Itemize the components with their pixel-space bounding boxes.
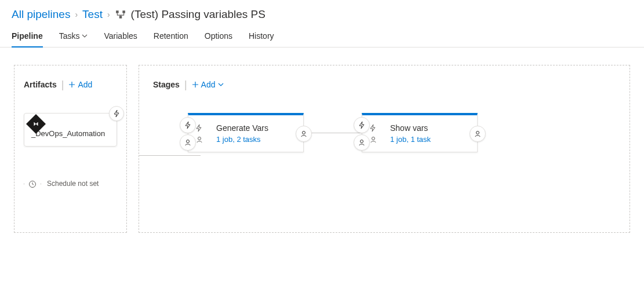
svg-point-7 [361,140,363,142]
clock-icon [24,176,41,193]
svg-rect-0 [116,10,119,13]
artifacts-header: Artifacts | Add [24,79,117,90]
stage-status-icons [195,124,203,144]
lightning-icon [195,124,202,132]
pre-trigger-badge[interactable] [354,117,370,133]
pipeline-canvas: Artifacts | Add _DevOps_Automation Sched… [0,47,644,250]
tab-options[interactable]: Options [205,27,232,47]
tab-history[interactable]: History [249,27,274,47]
add-stage-label: Add [201,80,216,89]
stages-panel: Stages | Add [139,65,630,233]
stage-meta-link[interactable]: 1 job, 1 task [390,135,468,144]
tab-retention[interactable]: Retention [154,27,188,47]
plus-icon [68,81,75,88]
pre-trigger-badge[interactable] [180,117,196,133]
stages-title: Stages [153,80,180,89]
stage-status-icons [369,124,377,144]
breadcrumb: All pipelines › Test › (Test) Passing va… [0,0,644,21]
schedule-row[interactable]: Schedule not set [24,176,117,193]
divider: | [61,79,64,90]
breadcrumb-parent-link[interactable]: Test [82,8,103,21]
stage-card-show-vars[interactable]: Show vars 1 job, 1 task [362,113,478,152]
svg-point-5 [198,137,201,140]
tabs-bar: Pipeline Tasks Variables Retention Optio… [0,21,644,47]
add-artifact-label: Add [78,80,92,89]
stage-name: Generate Vars [216,123,294,133]
pipeline-icon [115,9,126,20]
artifacts-panel: Artifacts | Add _DevOps_Automation Sched… [14,65,127,233]
divider: | [184,79,187,90]
artifact-name: _DevOps_Automation [31,129,108,139]
chevron-down-icon [218,82,224,87]
pre-approver-badge[interactable] [354,134,370,151]
add-stage-button[interactable]: Add [192,80,224,89]
lightning-icon [369,124,376,132]
add-artifact-button[interactable]: Add [68,80,92,89]
tab-variables[interactable]: Variables [104,27,137,47]
stages-flow: Generate Vars 1 job, 2 tasks [188,113,616,152]
stage-card-generate-vars[interactable]: Generate Vars 1 job, 2 tasks [188,113,304,152]
chevron-right-icon: › [75,10,78,19]
connector-line [139,155,201,156]
breadcrumb-current: (Test) Passing variables PS [131,8,265,21]
svg-point-4 [187,140,190,142]
plus-icon [192,81,199,88]
connector-line [304,133,362,133]
svg-point-8 [372,137,375,140]
post-approver-badge[interactable] [470,126,486,142]
svg-point-6 [303,131,305,134]
person-icon [369,136,377,144]
stage-meta-link[interactable]: 1 job, 2 tasks [216,135,294,144]
svg-point-9 [476,131,479,134]
chevron-right-icon: › [107,10,110,19]
svg-rect-2 [119,16,122,19]
artifact-card[interactable]: _DevOps_Automation [24,113,117,147]
stage-name: Show vars [390,123,468,133]
tab-pipeline[interactable]: Pipeline [12,27,43,47]
pre-approver-badge[interactable] [180,134,196,151]
stages-header: Stages | Add [153,79,616,90]
chevron-down-icon [82,33,88,39]
tab-tasks-label: Tasks [59,31,80,41]
svg-rect-1 [122,10,125,13]
breadcrumb-root-link[interactable]: All pipelines [12,8,70,21]
post-approver-badge[interactable] [296,126,312,142]
schedule-label: Schedule not set [47,180,99,188]
artifacts-title: Artifacts [24,80,57,89]
cd-trigger-badge[interactable] [109,106,124,121]
tab-tasks[interactable]: Tasks [59,27,88,47]
person-icon [195,136,203,144]
